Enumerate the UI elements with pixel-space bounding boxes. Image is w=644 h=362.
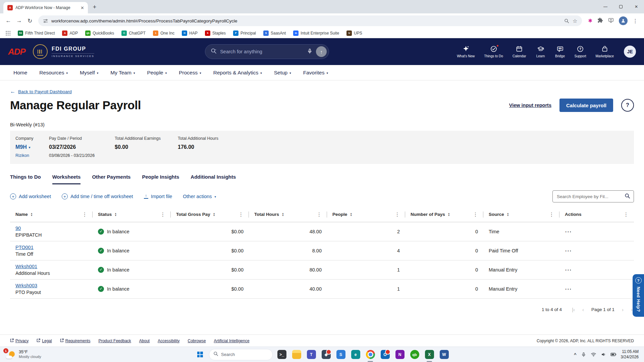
column-menu-icon[interactable]: ⋮ [549,212,557,218]
weather-widget[interactable]: 1 35°F Mostly cloudy [5,350,41,359]
worksheet-name-link[interactable]: Wrksh003 [15,283,37,288]
tab[interactable]: Additional Insights [191,174,236,184]
footer-link[interactable]: Legal [37,339,52,343]
footer-link[interactable]: Product Feedback [98,339,131,343]
sort-icon[interactable]: ▲▼ [114,213,117,216]
import-file-button[interactable]: ↑ Import file [144,194,172,199]
nav-item[interactable]: Reports & Analytics ▾ [213,70,262,76]
taskbar-app-icon[interactable]: ◈ [320,349,332,360]
nav-item[interactable]: Myself ▾ [80,70,98,76]
mic-icon[interactable] [307,48,313,55]
row-actions-menu-icon[interactable]: ⋯ [565,247,572,254]
other-actions-dropdown[interactable]: Other actions ▾ [183,194,216,199]
taskbar-app-icon[interactable]: e [350,349,361,360]
view-input-reports-link[interactable]: View input reports [509,103,551,108]
back-button[interactable]: ← [3,16,13,26]
bookmark-item[interactable]: P Principal [233,31,256,36]
row-actions-menu-icon[interactable]: ⋯ [565,285,572,293]
url-bar[interactable]: workforcenow.adp.com/theme/admin.html#/P… [38,15,582,26]
company-select[interactable]: M9H ▾ [15,144,49,150]
bookmark-item[interactable]: 1 One Inc [153,31,174,36]
column-menu-icon[interactable]: ⋮ [317,212,324,218]
footer-link[interactable]: About [139,339,150,343]
install-app-icon[interactable] [608,17,614,24]
tab[interactable]: People Insights [142,174,179,184]
browser-tab[interactable]: A ADP Workforce Now - Manage ✕ [3,2,88,13]
learn-icon[interactable]: Learn [536,45,546,58]
browser-profile-icon[interactable] [619,16,628,25]
column-menu-icon[interactable]: ⋮ [160,212,168,218]
taskbar-app-icon[interactable]: >_ [276,349,287,360]
sort-icon[interactable]: ▲▼ [282,213,284,216]
search-submit-button[interactable]: ↑ [316,46,327,57]
volume-icon[interactable] [601,352,606,357]
nav-item[interactable]: People ▾ [147,70,167,76]
battery-icon[interactable] [610,352,616,357]
column-header[interactable]: Source ▲▼ ⋮ [483,207,559,222]
column-menu-icon[interactable]: ⋮ [82,212,90,218]
nav-item[interactable]: Setup ▾ [274,70,291,76]
taskbar-app-icon[interactable]: X [424,349,435,360]
marketplace-icon[interactable]: Marketplace [596,45,614,58]
new-tab-button[interactable]: + [90,2,99,12]
reload-button[interactable]: ↻ [25,16,35,26]
extensions-puzzle-icon[interactable] [597,17,603,24]
footer-link[interactable]: Cobrowse [188,339,206,343]
employee-search-input[interactable] [557,194,622,199]
column-header[interactable]: Total Hours ▲▼ ⋮ [249,207,327,222]
need-help-tab[interactable]: ? Need Help? [633,274,644,317]
taskbar-app-icon[interactable]: S [335,349,346,360]
tab[interactable]: Worksheets [52,174,81,184]
bookmark-item[interactable]: qb QuickBooks [85,31,114,36]
bookmark-item[interactable]: S SaasAnt [263,31,286,36]
bookmark-star-icon[interactable]: ☆ [573,18,577,24]
site-settings-icon[interactable] [43,18,48,23]
employee-search-box[interactable] [552,190,634,202]
calculate-payroll-button[interactable]: Calculate payroll [559,99,613,112]
bridge-icon[interactable]: BB Bridge [555,45,565,58]
taskbar-app-icon[interactable]: qb [409,349,420,360]
taskbar-search-input[interactable] [221,352,268,357]
taskbar-app-icon[interactable]: W [438,349,450,360]
bookmark-item[interactable]: H HAP [182,31,198,36]
hidden-icons-chevron[interactable]: ^ [574,352,577,357]
sort-icon[interactable]: ▲▼ [350,213,352,216]
wifi-icon[interactable] [591,352,596,357]
nav-item[interactable]: My Team ▾ [110,70,135,76]
support-icon[interactable]: ? Support [575,45,586,58]
row-actions-menu-icon[interactable]: ⋯ [565,228,572,235]
company-name-link[interactable]: Rizikon [15,153,49,158]
footer-link[interactable]: Privacy [10,339,29,343]
footer-link[interactable]: Requirements [60,339,91,343]
global-search-bar[interactable]: Search for anything ↑ [205,44,329,59]
nav-item[interactable]: Favorites ▾ [303,70,328,76]
worksheet-name-link[interactable]: PTO001 [15,245,34,250]
add-time-worksheet-button[interactable]: + Add time / time off worksheet [62,193,133,199]
worksheet-name-link[interactable]: Wrksh001 [15,264,37,269]
previous-page-icon[interactable]: ‹ [582,307,584,312]
apps-grid-icon[interactable] [5,31,10,36]
bookmark-item[interactable]: U UPS [346,31,362,36]
column-menu-icon[interactable]: ⋮ [395,212,402,218]
sort-icon[interactable]: ▲▼ [448,213,450,216]
column-menu-icon[interactable]: ⋮ [624,212,631,218]
worksheet-name-link[interactable]: 90 [15,226,21,231]
column-menu-icon[interactable]: ⋮ [473,212,481,218]
bookmark-item[interactable]: in Intuit Enterprise Suite [293,31,339,36]
start-button[interactable] [194,349,206,360]
column-header[interactable]: Status ▲▼ ⋮ [93,207,171,222]
column-header[interactable]: Actions ▲▼ ⋮ [559,207,634,222]
tab[interactable]: Things to Do [10,174,41,184]
next-page-icon[interactable]: › [622,307,624,312]
sort-icon[interactable]: ▲▼ [31,213,33,216]
row-actions-menu-icon[interactable]: ⋯ [565,266,572,274]
add-worksheet-button[interactable]: + Add worksheet [10,193,51,199]
footer-link[interactable]: Accessibility [158,339,179,343]
sort-icon[interactable]: ▲▼ [507,213,509,216]
forward-button[interactable]: → [14,16,24,26]
taskbar-search[interactable] [209,349,273,360]
extension-pink-icon[interactable]: ✱ [588,18,592,24]
maximize-button[interactable] [613,0,629,13]
bookmark-item[interactable]: A ADP [62,31,78,36]
zoom-icon[interactable] [564,18,569,23]
